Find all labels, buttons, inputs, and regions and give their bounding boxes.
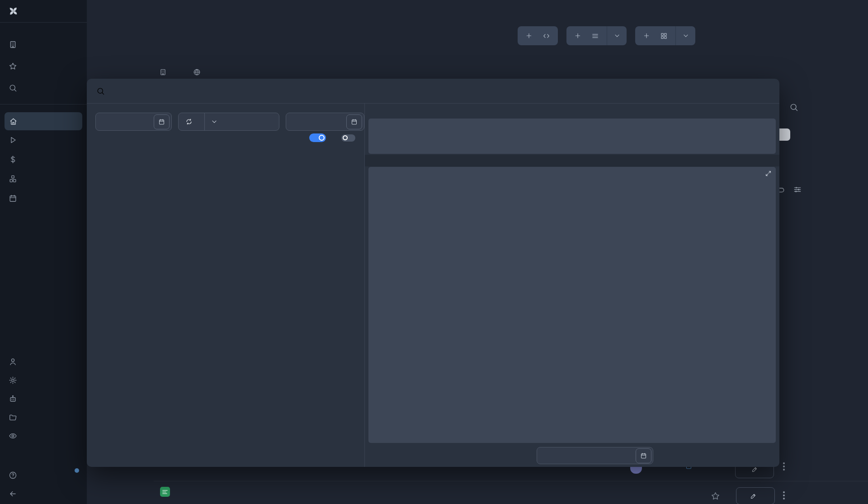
home-icon bbox=[9, 117, 18, 126]
grid-icon bbox=[660, 32, 668, 40]
plus-icon bbox=[643, 32, 650, 39]
code-icon bbox=[542, 32, 550, 40]
log-footer bbox=[365, 445, 779, 467]
chevron-down-icon bbox=[211, 118, 218, 125]
create-app-button-group bbox=[635, 26, 695, 45]
sidebar-header bbox=[0, 0, 87, 23]
gear-icon bbox=[9, 376, 17, 385]
create-flow-button[interactable] bbox=[566, 26, 607, 45]
play-icon bbox=[9, 136, 17, 144]
calendar-icon bbox=[640, 452, 647, 459]
log-pane bbox=[364, 104, 779, 467]
globe-icon bbox=[193, 68, 201, 76]
notification-dot bbox=[75, 468, 79, 473]
sidebar bbox=[0, 0, 87, 504]
home-tabs bbox=[159, 68, 205, 76]
chevron-down-icon bbox=[613, 32, 621, 39]
arrow-left-icon bbox=[9, 490, 17, 498]
calendar-button[interactable] bbox=[636, 448, 651, 463]
row-menu-kebab-icon[interactable] bbox=[783, 491, 785, 493]
edit-button[interactable] bbox=[736, 487, 775, 504]
row-menu-kebab-icon[interactable] bbox=[783, 462, 785, 464]
chevron-down-icon bbox=[682, 32, 689, 39]
logfiles-count-dropdown[interactable] bbox=[178, 113, 279, 131]
pencil-icon bbox=[750, 493, 757, 499]
sidebar-item-user[interactable] bbox=[0, 352, 87, 371]
plus-icon bbox=[574, 32, 581, 39]
favorite-star-icon[interactable] bbox=[711, 491, 720, 501]
toggle-row bbox=[309, 133, 360, 142]
min-datetime-picker[interactable] bbox=[95, 113, 172, 131]
sidebar-item-settings[interactable] bbox=[0, 371, 87, 390]
create-script-button[interactable] bbox=[518, 26, 558, 45]
boxes-icon bbox=[9, 175, 17, 183]
log-block-current bbox=[368, 167, 776, 443]
sidebar-item-home[interactable] bbox=[5, 112, 82, 130]
building-icon bbox=[159, 68, 167, 76]
menu-icon bbox=[591, 32, 599, 40]
sidebar-item-search[interactable] bbox=[0, 77, 87, 99]
calendar-button[interactable] bbox=[154, 114, 170, 129]
errors-only-toggle[interactable] bbox=[341, 134, 355, 142]
flow-dropdown-caret[interactable] bbox=[607, 26, 627, 45]
sidebar-item-workers[interactable] bbox=[0, 390, 87, 408]
expand-icon[interactable] bbox=[765, 170, 772, 177]
calendar-icon bbox=[9, 194, 17, 203]
sidebar-item-audit-logs[interactable] bbox=[0, 427, 87, 445]
worker-list bbox=[95, 221, 360, 467]
logfiles-dropdown-caret[interactable] bbox=[204, 113, 224, 130]
help-circle-icon bbox=[9, 471, 17, 480]
create-flow-button-group bbox=[566, 26, 627, 45]
calendar-icon bbox=[158, 119, 165, 125]
folder-icon bbox=[9, 413, 17, 422]
tab-workspace[interactable] bbox=[159, 68, 171, 76]
modal-search-bar bbox=[87, 79, 779, 104]
robot-icon bbox=[9, 395, 17, 403]
app-dropdown-caret[interactable] bbox=[675, 26, 695, 45]
log-block-previous bbox=[368, 119, 776, 154]
user-icon bbox=[9, 357, 17, 366]
calendar-button[interactable] bbox=[346, 114, 362, 129]
script-language-icon bbox=[160, 487, 170, 497]
completed-runs-search-modal bbox=[87, 79, 779, 467]
dollar-icon bbox=[9, 155, 17, 164]
search-icon bbox=[96, 87, 105, 95]
sliders-icon[interactable] bbox=[793, 185, 802, 194]
refresh-icon bbox=[185, 118, 193, 125]
sidebar-item-schedules[interactable] bbox=[0, 189, 87, 208]
sidebar-item-favorites[interactable] bbox=[0, 55, 87, 77]
sidebar-item-runs[interactable] bbox=[0, 130, 87, 150]
sidebar-item-folders-groups[interactable] bbox=[0, 408, 87, 427]
log-filters bbox=[95, 113, 364, 131]
auto-refresh-toggle[interactable] bbox=[309, 133, 326, 142]
calendar-icon bbox=[351, 119, 358, 125]
workers-pane bbox=[87, 104, 364, 467]
log-section-header bbox=[365, 155, 779, 166]
footer-datetime-picker[interactable] bbox=[537, 447, 653, 464]
create-actions bbox=[508, 26, 695, 45]
building-icon bbox=[9, 40, 17, 49]
sidebar-collapse-button[interactable] bbox=[0, 483, 87, 504]
row-divider bbox=[154, 481, 868, 481]
sidebar-item-workspace[interactable] bbox=[0, 33, 87, 55]
sidebar-item-variables[interactable] bbox=[0, 150, 87, 169]
tab-hub[interactable] bbox=[193, 68, 205, 76]
create-app-button[interactable] bbox=[635, 26, 675, 45]
windmill-app bbox=[0, 0, 868, 504]
sidebar-item-help[interactable] bbox=[0, 466, 87, 485]
search-icon bbox=[9, 84, 17, 92]
windmill-logo-icon bbox=[8, 5, 19, 17]
plus-icon bbox=[525, 32, 533, 39]
eye-icon bbox=[9, 432, 17, 440]
star-icon bbox=[9, 62, 17, 71]
max-datetime-picker[interactable] bbox=[286, 113, 364, 131]
search-icon[interactable] bbox=[789, 103, 798, 112]
sidebar-item-resources[interactable] bbox=[0, 169, 87, 189]
search-input[interactable] bbox=[117, 86, 770, 96]
